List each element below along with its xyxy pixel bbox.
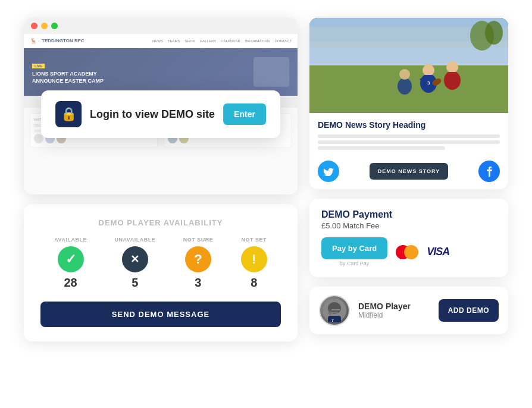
avail-count-available: 28 [64,276,77,290]
svg-point-12 [399,69,410,80]
avail-label-available: AVAILABLE [54,237,87,243]
avail-col-notsure: NOT SURE ? 3 [183,237,214,290]
avail-count-unavailable: 5 [132,276,138,290]
avail-count-notset: 8 [251,276,257,290]
avail-circle-notsure: ? [185,246,211,272]
payment-card: DEMO Payment £5.00 Match Fee Pay by Card… [309,199,508,277]
mastercard-icon [396,245,418,259]
avail-col-unavailable: UNAVAILABLE ✕ 5 [114,237,155,290]
lock-icon: 🔒 [55,101,82,127]
news-heading: DEMO News Story Heading [318,120,500,130]
login-text: Login to view DEMO site [90,108,215,121]
availability-columns: AVAILABLE ✓ 28 UNAVAILABLE ✕ 5 NOT SURE … [40,237,281,290]
payment-title: DEMO Payment [321,209,496,220]
avail-label-unavailable: UNAVAILABLE [114,237,155,243]
send-demo-button[interactable]: SEND DEMO MESSAGE [40,302,281,327]
site-hero-text: LIONS SPORT ACADEMY ANNOUNCE EASTER CAMP [32,71,104,84]
news-card: 3 DEMO News Story Heading [309,18,508,189]
site-logo-text: TEDDINGTON RFC [42,38,84,43]
svg-point-9 [446,61,458,73]
news-line1 [318,134,500,138]
browser-dot-red [31,23,37,29]
player-avatar: 7 [319,295,350,326]
avail-count-notsure: 3 [195,276,201,290]
payment-amount: £5.00 Match Fee [321,221,496,230]
mastercard-circle-yellow [404,245,418,259]
news-line2 [318,140,500,144]
enter-button[interactable]: Enter [223,103,266,125]
pay-by-card-button[interactable]: Pay by Card [321,237,387,259]
site-nav-links: NEWS TEAMS SHOP GALLERY CALENDAR INFORMA… [152,39,292,43]
news-story-button[interactable]: DEMO NEWS STORY [370,163,449,180]
svg-point-11 [398,78,412,95]
avail-circle-available: ✓ [58,246,84,272]
site-hero: LIVE LIONS SPORT ACADEMY ANNOUNCE EASTER… [24,48,298,96]
avail-label-notset: NOT SET [241,237,267,243]
player-card: 7 DEMO Player Midfield ADD DEMO [309,287,508,334]
browser-content: 🦌 TEDDINGTON RFC NEWS TEAMS SHOP GALLERY… [24,34,298,194]
avail-col-notset: NOT SET ! 8 [241,237,267,290]
site-hero-image [254,57,289,87]
facebook-icon[interactable] [478,161,500,182]
player-name: DEMO Player [358,302,430,311]
site-badge1 [34,134,43,143]
browser-window: 🦌 TEDDINGTON RFC NEWS TEAMS SHOP GALLERY… [24,18,298,194]
pay-card-subtext: by Card Pay [321,261,387,266]
news-body: DEMO News Story Heading DEMO NEWS STORY [309,113,508,189]
payment-row: Pay by Card by Card Pay VISA [321,237,496,266]
avail-col-available: AVAILABLE ✓ 28 [54,237,87,290]
availability-card: DEMO PLAYER AVAILABILITY AVAILABLE ✓ 28 … [24,204,298,341]
svg-rect-23 [328,316,341,322]
svg-rect-20 [331,309,340,310]
news-actions: DEMO NEWS STORY [318,156,500,184]
twitter-icon[interactable] [318,161,339,182]
avail-label-notsure: NOT SURE [183,237,214,243]
avail-circle-notset: ! [241,246,267,272]
site-navbar: 🦌 TEDDINGTON RFC NEWS TEAMS SHOP GALLERY… [24,34,298,48]
login-overlay: 🔒 Login to view DEMO site Enter [41,90,280,138]
news-image: 3 [309,18,508,113]
news-line3 [318,146,445,150]
svg-point-16 [485,21,503,45]
avail-circle-unavailable: ✕ [122,246,148,272]
svg-text:3: 3 [427,80,430,86]
svg-point-4 [423,64,434,76]
browser-titlebar [24,18,298,34]
browser-dot-yellow [41,23,48,29]
player-info: DEMO Player Midfield [358,302,430,319]
news-lines [318,134,500,150]
svg-rect-10 [448,72,456,84]
visa-logo: VISA [427,246,449,258]
browser-dot-green [51,23,58,29]
svg-rect-22 [331,312,338,313]
availability-title: DEMO PLAYER AVAILABILITY [40,218,281,227]
player-position: Midfield [358,311,430,319]
add-demo-button[interactable]: ADD DEMO [439,299,499,322]
svg-text:7: 7 [331,318,334,322]
